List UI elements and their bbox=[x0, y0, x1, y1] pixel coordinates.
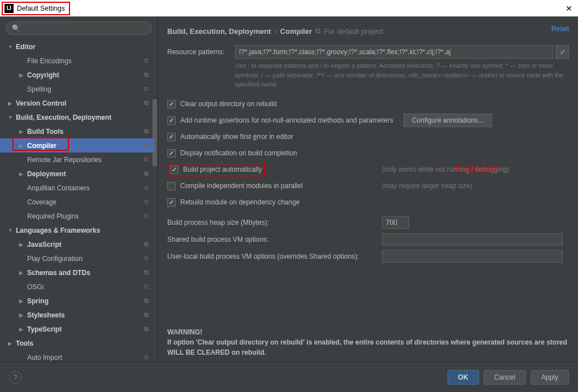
parallel-note: (may require larger heap size) bbox=[382, 182, 472, 190]
tree-item-label: Schemas and DTDs bbox=[27, 269, 90, 277]
heap-row: Build process heap size (Mbytes): bbox=[167, 214, 569, 231]
copy-icon: ⧉ bbox=[144, 57, 149, 64]
check-build-auto[interactable]: Build project automatically 开启自动编译 (only… bbox=[167, 162, 569, 178]
main: 🔍 ▼EditorFile Encodings⧉▶Copyright⧉Spell… bbox=[0, 17, 578, 361]
checkbox-icon[interactable] bbox=[170, 165, 179, 174]
reset-link[interactable]: Reset bbox=[551, 25, 569, 33]
chevron-down-icon: ▼ bbox=[8, 44, 13, 50]
tree-item-copyright[interactable]: ▶Copyright⧉ bbox=[0, 68, 154, 82]
tree-item-label: Version Control bbox=[16, 99, 66, 107]
checkbox-icon[interactable] bbox=[167, 133, 176, 141]
content: Build, Execution, Deployment › Compiler … bbox=[158, 17, 578, 361]
tree-item-arquillian-containers[interactable]: Arquillian Containers⧉ bbox=[0, 181, 154, 195]
build-auto-note: (only works while not running / debuggin… bbox=[382, 165, 509, 173]
tree-item-label: Arquillian Containers bbox=[27, 184, 90, 192]
chevron-right-icon: › bbox=[274, 27, 276, 36]
copy-icon: ⧉ bbox=[144, 142, 149, 149]
tree-item-spelling[interactable]: Spelling⧉ bbox=[0, 82, 154, 96]
apply-button[interactable]: Apply bbox=[531, 370, 569, 385]
configure-annotations-button[interactable]: Configure annotations... bbox=[403, 114, 492, 127]
chevron-right-icon: ▶ bbox=[19, 171, 23, 177]
checkbox-icon[interactable] bbox=[167, 116, 176, 125]
cancel-button[interactable]: Cancel bbox=[484, 370, 526, 385]
copy-icon: ⧉ bbox=[144, 325, 149, 333]
settings-tree[interactable]: ▼EditorFile Encodings⧉▶Copyright⧉Spellin… bbox=[0, 40, 158, 361]
opts: Build process heap size (Mbytes): Shared… bbox=[167, 214, 569, 265]
search-wrap: 🔍 bbox=[0, 17, 158, 40]
tree-item-compiler[interactable]: ▶Compiler⧉ bbox=[0, 138, 154, 153]
checkbox-icon[interactable] bbox=[167, 198, 176, 207]
check-rebuild-dep[interactable]: Rebuild module on dependency change bbox=[167, 194, 569, 211]
ok-button[interactable]: OK bbox=[447, 370, 479, 385]
tree-item-required-plugins[interactable]: Required Plugins⧉ bbox=[0, 209, 154, 223]
tree-item-label: Auto Import bbox=[27, 354, 62, 361]
search-input[interactable]: 🔍 bbox=[6, 21, 152, 35]
check-clear[interactable]: Clear output directory on rebuild bbox=[167, 96, 569, 112]
help-icon[interactable]: ? bbox=[9, 371, 21, 384]
tree-item-spring[interactable]: ▶Spring⧉ bbox=[0, 294, 154, 308]
tree-item-tools[interactable]: ▶Tools bbox=[0, 336, 154, 350]
tree-item-file-encodings[interactable]: File Encodings⧉ bbox=[0, 54, 154, 68]
chevron-right-icon: ▶ bbox=[19, 129, 23, 134]
close-icon[interactable]: ✕ bbox=[566, 4, 572, 13]
tree-item-build-execution-deployment[interactable]: ▼Build, Execution, Deployment bbox=[0, 110, 154, 124]
tree-item-languages-frameworks[interactable]: ▼Languages & Frameworks bbox=[0, 223, 154, 237]
tree-item-osgi[interactable]: OSGi⧉ bbox=[0, 280, 154, 294]
tree-item-label: Remote Jar Repositories bbox=[27, 156, 102, 164]
resource-input[interactable] bbox=[235, 45, 553, 59]
copy-icon: ⧉ bbox=[315, 27, 320, 36]
tree-item-play-configuration[interactable]: Play Configuration⧉ bbox=[0, 251, 154, 265]
tree-item-label: Editor bbox=[16, 43, 36, 51]
expand-icon[interactable]: ⤢ bbox=[555, 45, 569, 59]
check-auto-error[interactable]: Automatically show first error in editor bbox=[167, 129, 569, 145]
copy-icon: ⧉ bbox=[144, 71, 149, 79]
tree-item-label: Spelling bbox=[27, 85, 51, 93]
tree-item-schemas-and-dtds[interactable]: ▶Schemas and DTDs⧉ bbox=[0, 265, 154, 280]
copy-icon: ⧉ bbox=[144, 354, 149, 361]
tree-item-label: Stylesheets bbox=[27, 311, 65, 319]
tree-item-stylesheets[interactable]: ▶Stylesheets⧉ bbox=[0, 308, 154, 322]
tree-item-remote-jar-repositories[interactable]: Remote Jar Repositories⧉ bbox=[0, 153, 154, 167]
tree-item-build-tools[interactable]: ▶Build Tools⧉ bbox=[0, 124, 154, 138]
copy-icon: ⧉ bbox=[144, 184, 149, 191]
tree-item-editor[interactable]: ▼Editor bbox=[0, 40, 154, 54]
copy-icon: ⧉ bbox=[144, 241, 149, 248]
tree-item-javascript[interactable]: ▶JavaScript⧉ bbox=[0, 237, 154, 251]
copy-icon: ⧉ bbox=[144, 255, 149, 262]
tree-item-version-control[interactable]: ▶Version Control⧉ bbox=[0, 96, 154, 110]
user-input[interactable] bbox=[382, 250, 563, 263]
tree-item-label: Build Tools bbox=[27, 128, 63, 136]
tree-item-label: JavaScript bbox=[27, 241, 62, 249]
chevron-right-icon: ▶ bbox=[8, 341, 12, 346]
tree-item-typescript[interactable]: ▶TypeScript⧉ bbox=[0, 322, 154, 336]
check-notify[interactable]: Display notification on build completion bbox=[167, 145, 569, 162]
tree-item-label: Languages & Frameworks bbox=[16, 227, 100, 234]
shared-input[interactable] bbox=[382, 233, 563, 246]
warning-title: WARNING! bbox=[167, 328, 202, 336]
sidebar: 🔍 ▼EditorFile Encodings⧉▶Copyright⧉Spell… bbox=[0, 17, 158, 361]
tree-item-deployment[interactable]: ▶Deployment⧉ bbox=[0, 167, 154, 181]
warning-body: If option 'Clear output directory on reb… bbox=[167, 338, 567, 356]
copy-icon: ⧉ bbox=[144, 269, 149, 276]
checkbox-icon[interactable] bbox=[167, 182, 176, 190]
check-assertions[interactable]: Add runtime assertions for not-null-anno… bbox=[167, 112, 569, 129]
tree-item-label: TypeScript bbox=[27, 325, 62, 333]
search-icon: 🔍 bbox=[12, 24, 20, 32]
copy-icon: ⧉ bbox=[144, 311, 149, 319]
checkbox-icon[interactable] bbox=[167, 149, 176, 158]
tree-item-label: Required Plugins bbox=[27, 212, 79, 220]
chevron-right-icon: ▶ bbox=[19, 270, 23, 276]
tree-item-coverage[interactable]: Coverage⧉ bbox=[0, 195, 154, 209]
crumb-sub: For default project bbox=[324, 27, 383, 36]
tree-item-auto-import[interactable]: Auto Import⧉ bbox=[0, 350, 154, 361]
build-auto-highlight: Build project automatically bbox=[167, 163, 265, 176]
checkbox-icon[interactable] bbox=[167, 100, 176, 108]
copy-icon: ⧉ bbox=[144, 283, 149, 290]
check-parallel[interactable]: Compile independent modules in parallel … bbox=[167, 178, 569, 194]
tree-item-label: Build, Execution, Deployment bbox=[16, 114, 111, 121]
copy-icon: ⧉ bbox=[144, 297, 149, 304]
warning: WARNING! If option 'Clear output directo… bbox=[167, 327, 569, 358]
heap-input[interactable] bbox=[382, 216, 409, 229]
heap-label: Build process heap size (Mbytes): bbox=[167, 219, 382, 227]
crumb-1: Build, Execution, Deployment bbox=[167, 27, 271, 36]
